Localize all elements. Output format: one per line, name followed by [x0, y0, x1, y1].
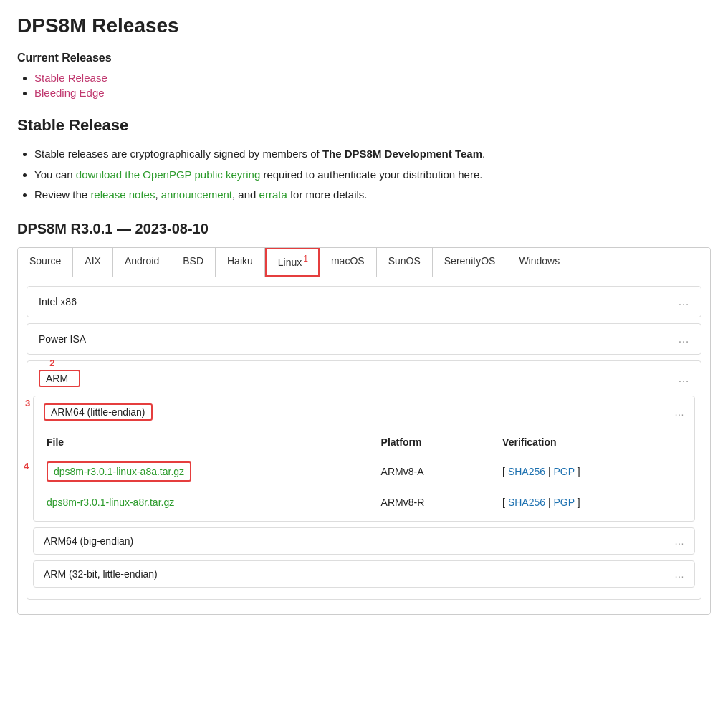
tab-sunos[interactable]: SunOS — [377, 248, 433, 277]
stable-release-link[interactable]: Stable Release — [34, 72, 107, 84]
arm32-le-ellipsis: … — [674, 568, 684, 580]
errata-link[interactable]: errata — [259, 188, 287, 201]
team-name: The DPS8M Development Team — [322, 148, 482, 160]
pgp-keyring-link[interactable]: download the OpenPGP public keyring — [76, 168, 260, 181]
accordion-intel-x86-header[interactable]: Intel x86 … — [27, 287, 701, 317]
list-item-bleeding[interactable]: Bleeding Edge — [34, 87, 711, 99]
tab-android[interactable]: Android — [113, 248, 171, 277]
col-file: File — [39, 431, 374, 454]
sub-accordion-arm64-le-header[interactable]: 3 ARM64 (little-endian) … — [34, 396, 694, 428]
stable-section-heading: Stable Release — [17, 116, 711, 135]
platform-a8a: ARMv8-A — [374, 454, 495, 489]
info-item-1: Stable releases are cryptographically si… — [34, 146, 711, 163]
arm64-le-body: File Platform Verification — [34, 428, 694, 521]
file-a8r: dps8m-r3.0.1-linux-a8r.tar.gz — [39, 489, 374, 515]
arm-label: ARM2 — [39, 370, 80, 387]
accordion-intel-x86: Intel x86 … — [27, 286, 701, 317]
annotation-3: 3 — [25, 398, 30, 408]
arm64-le-label-wrapper: 3 ARM64 (little-endian) — [44, 403, 153, 421]
accordion-arm-header[interactable]: ARM2 … — [27, 361, 701, 396]
page-title: DPS8M Releases — [17, 14, 711, 37]
file-a8a-link[interactable]: dps8m-r3.0.1-linux-a8a.tar.gz — [54, 466, 184, 477]
info-item-2: You can download the OpenPGP public keyr… — [34, 167, 711, 183]
platform-tabs-container: Source AIX Android BSD Haiku Linux1 macO… — [17, 247, 711, 615]
tab-macos[interactable]: macOS — [320, 248, 377, 277]
arm64-be-label: ARM64 (big-endian) — [44, 535, 133, 547]
verification-a8r: [ SHA256 | PGP ] — [495, 489, 689, 515]
tab-bsd[interactable]: BSD — [171, 248, 216, 277]
arm32-le-label: ARM (32-bit, little-endian) — [44, 568, 158, 580]
release-notes-link[interactable]: release notes — [90, 188, 155, 201]
col-verification: Verification — [495, 431, 689, 454]
platform-a8r: ARMv8-R — [374, 489, 495, 515]
accordion-power-isa: Power ISA … — [27, 323, 701, 355]
pgp-a8a-link[interactable]: PGP — [553, 466, 574, 477]
table-row-a8a: 4 dps8m-r3.0.1-linux-a8a.tar.gz ARMv8-A … — [39, 454, 689, 489]
stable-info-list: Stable releases are cryptographically si… — [17, 146, 711, 204]
platform-tabs-nav: Source AIX Android BSD Haiku Linux1 macO… — [18, 248, 710, 277]
announcement-link[interactable]: announcement — [161, 188, 232, 201]
current-releases-heading: Current Releases — [17, 52, 711, 64]
sha256-a8r-link[interactable]: SHA256 — [508, 497, 545, 508]
tab-linux[interactable]: Linux1 — [265, 248, 320, 277]
tab-windows[interactable]: Windows — [507, 248, 571, 277]
sub-accordion-arm32-le: ARM (32-bit, little-endian) … — [33, 560, 695, 588]
verification-a8a: [ SHA256 | PGP ] — [495, 454, 689, 489]
accordion-arm: ARM2 … 3 ARM64 (little-endian) … — [27, 360, 701, 600]
sub-accordion-arm64-le: 3 ARM64 (little-endian) … File Platfo — [33, 396, 695, 522]
tab-haiku[interactable]: Haiku — [216, 248, 265, 277]
accordion-power-isa-header[interactable]: Power ISA … — [27, 324, 701, 354]
table-row-a8r: dps8m-r3.0.1-linux-a8r.tar.gz ARMv8-R [ … — [39, 489, 689, 515]
power-isa-label: Power ISA — [39, 333, 86, 345]
current-releases-list: Stable Release Bleeding Edge — [17, 72, 711, 99]
sub-accordion-arm64-be-header[interactable]: ARM64 (big-endian) … — [34, 528, 694, 554]
sub-accordion-arm32-le-header[interactable]: ARM (32-bit, little-endian) … — [34, 561, 694, 587]
list-item-stable[interactable]: Stable Release — [34, 72, 711, 84]
tab-aix[interactable]: AIX — [73, 248, 113, 277]
tab-source[interactable]: Source — [18, 248, 73, 277]
annotation-4: 4 — [24, 461, 29, 472]
col-platform: Platform — [374, 431, 495, 454]
sub-accordion-arm64-be: ARM64 (big-endian) … — [33, 527, 695, 555]
arm-body: 3 ARM64 (little-endian) … File Platfo — [27, 396, 701, 599]
arm-ellipsis: … — [678, 372, 689, 385]
pgp-a8r-link[interactable]: PGP — [553, 497, 574, 508]
power-isa-ellipsis: … — [678, 332, 689, 345]
intel-x86-ellipsis: … — [678, 295, 689, 308]
release-content: Source AIX Android BSD Haiku Linux1 macO… — [17, 247, 711, 615]
file-a8r-link[interactable]: dps8m-r3.0.1-linux-a8r.tar.gz — [47, 497, 174, 508]
release-title: DPS8M R3.0.1 — 2023-08-10 — [17, 221, 711, 237]
arm64-le-ellipsis: … — [674, 406, 684, 418]
info-item-3: Review the release notes, announcement, … — [34, 187, 711, 204]
file-a8a: 4 dps8m-r3.0.1-linux-a8a.tar.gz — [39, 454, 374, 489]
tab-serenityos[interactable]: SerenityOS — [433, 248, 508, 277]
file-table: File Platform Verification — [39, 431, 689, 515]
intel-x86-label: Intel x86 — [39, 296, 77, 307]
linux-tab-content: Intel x86 … Power ISA … ARM2 … — [18, 277, 710, 614]
tab-linux-annotation: 1 — [303, 254, 308, 264]
bleeding-edge-link[interactable]: Bleeding Edge — [34, 87, 105, 99]
a8a-highlight-box: dps8m-r3.0.1-linux-a8a.tar.gz — [47, 461, 191, 482]
arm64-be-ellipsis: … — [674, 535, 684, 547]
arm64-le-label: ARM64 (little-endian) — [44, 403, 153, 421]
sha256-a8a-link[interactable]: SHA256 — [508, 466, 545, 477]
